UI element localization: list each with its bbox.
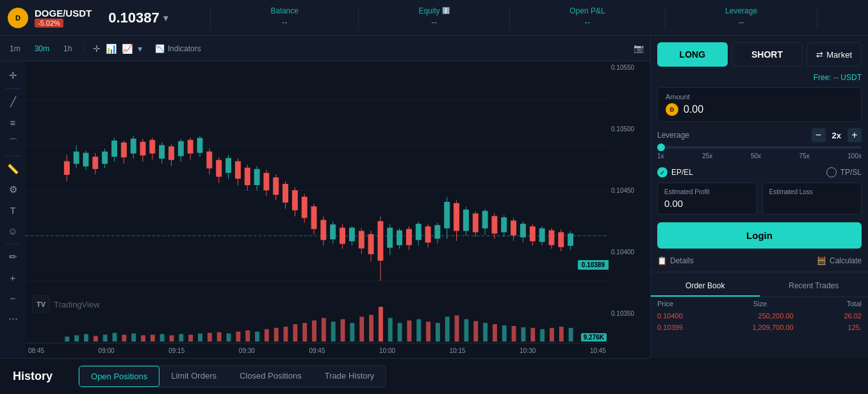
- line-tool[interactable]: ╱: [4, 93, 22, 111]
- zoom-out-tool[interactable]: −: [4, 289, 22, 307]
- amount-field[interactable]: Amount D 0.00: [657, 87, 862, 122]
- ep-el-toggle[interactable]: ✓ EP/EL: [657, 167, 693, 177]
- svg-rect-138: [293, 324, 297, 341]
- more-tools[interactable]: ⋯: [4, 309, 22, 327]
- estimated-profit-box[interactable]: Estimated Profit 0.00: [657, 183, 757, 215]
- ob-total-1: 26.02: [794, 312, 862, 320]
- tf-30m[interactable]: 30m: [31, 43, 53, 54]
- crosshair-icon[interactable]: ✛: [93, 44, 101, 54]
- emoji-tool[interactable]: ☺: [4, 222, 22, 240]
- svg-rect-71: [368, 234, 373, 254]
- svg-rect-17: [112, 141, 117, 156]
- pair-price-value: 0.10387: [108, 10, 160, 26]
- svg-rect-114: [65, 336, 69, 341]
- time-label-7: 10:15: [450, 347, 466, 354]
- svg-rect-143: [341, 319, 345, 341]
- market-button[interactable]: ⇄ Market: [807, 42, 862, 67]
- chart-icons: ✛ 📊 📈 ▾: [93, 44, 142, 54]
- zoom-in-tool[interactable]: +: [4, 268, 22, 286]
- text-tool[interactable]: T: [4, 201, 22, 219]
- svg-rect-147: [379, 307, 383, 341]
- svg-rect-81: [416, 224, 421, 240]
- tool-sep-1: [5, 88, 20, 89]
- svg-rect-45: [245, 168, 250, 185]
- tab-limit-orders[interactable]: Limit Orders: [160, 366, 228, 387]
- svg-rect-124: [160, 334, 165, 341]
- svg-rect-133: [245, 331, 250, 341]
- svg-rect-89: [454, 204, 459, 231]
- equity-label: Equity ℹ️: [418, 6, 449, 15]
- details-calculate-row: 📋 Details 🧮 Calculate: [651, 254, 868, 268]
- stat-leverage: Leverage --: [725, 6, 757, 29]
- ep-tp-row: ✓ EP/EL TP/SL: [651, 165, 868, 180]
- svg-rect-43: [235, 161, 240, 178]
- amount-label: Amount: [666, 93, 853, 101]
- balance-value: --: [282, 17, 288, 27]
- settings-tool[interactable]: ⚙: [4, 181, 22, 199]
- svg-rect-57: [302, 197, 307, 218]
- camera-icon[interactable]: 📷: [634, 44, 644, 53]
- line-chart-icon[interactable]: 📈: [122, 44, 133, 54]
- tp-sl-toggle[interactable]: TP/SL: [826, 167, 862, 177]
- svg-rect-162: [521, 327, 526, 341]
- trade-buttons: LONG SHORT ⇄ Market: [651, 36, 868, 73]
- tp-sl-label: TP/SL: [840, 168, 862, 177]
- tool-sep-2: [5, 156, 20, 156]
- ob-rows: 0.10400 250,200.00 26.02 0.10399 1,209,7…: [651, 310, 868, 358]
- svg-rect-19: [121, 143, 126, 157]
- leverage-slider-track[interactable]: [657, 146, 862, 149]
- svg-rect-130: [217, 332, 222, 342]
- details-link[interactable]: 📋 Details: [657, 256, 694, 265]
- svg-rect-65: [340, 228, 345, 243]
- svg-rect-128: [198, 334, 202, 342]
- short-button[interactable]: SHORT: [732, 42, 803, 67]
- tf-1h[interactable]: 1h: [60, 43, 75, 54]
- tab-order-book[interactable]: Order Book: [651, 276, 760, 297]
- tab-recent-trades[interactable]: Recent Trades: [760, 276, 869, 297]
- indicators-button[interactable]: 📉 Indicators: [155, 44, 201, 53]
- leverage-plus-btn[interactable]: +: [848, 128, 862, 142]
- time-label-1: 08:45: [28, 347, 44, 354]
- ob-total-2: 125.: [794, 324, 862, 331]
- svg-rect-159: [493, 324, 497, 341]
- tp-check-icon: [826, 167, 837, 177]
- tf-1m[interactable]: 1m: [6, 43, 24, 54]
- measure-tool[interactable]: 📏: [4, 160, 22, 178]
- path-tool[interactable]: ⌒: [4, 134, 22, 152]
- svg-rect-122: [141, 335, 145, 341]
- svg-rect-99: [502, 218, 507, 232]
- svg-rect-157: [473, 321, 478, 341]
- long-button[interactable]: LONG: [657, 42, 728, 67]
- horizontal-line-tool[interactable]: ≡: [4, 113, 22, 131]
- svg-rect-39: [217, 160, 222, 176]
- svg-rect-126: [179, 334, 183, 341]
- leverage-slider-thumb[interactable]: [657, 144, 665, 151]
- login-button[interactable]: Login: [657, 222, 862, 249]
- svg-rect-13: [93, 157, 98, 168]
- header-stats: Balance -- Equity ℹ️ -- Open P&L -- Leve…: [181, 6, 848, 29]
- svg-rect-93: [473, 214, 478, 232]
- crosshair-tool[interactable]: ✛: [4, 67, 22, 85]
- price-dropdown-icon[interactable]: ▾: [163, 13, 168, 23]
- svg-rect-156: [464, 319, 468, 341]
- svg-rect-25: [150, 140, 155, 153]
- tab-trade-history[interactable]: Trade History: [313, 366, 386, 387]
- pair-change: -5.02%: [35, 19, 63, 28]
- bar-chart-icon[interactable]: 📊: [106, 44, 117, 54]
- svg-rect-132: [236, 332, 240, 341]
- open-pl-label: Open P&L: [569, 6, 605, 15]
- leverage-minus-btn[interactable]: −: [812, 128, 826, 142]
- estimated-loss-box[interactable]: Estimated Loss: [762, 183, 862, 215]
- calculate-link[interactable]: 🧮 Calculate: [817, 256, 862, 265]
- pencil-tool[interactable]: ✏: [4, 248, 22, 266]
- tab-open-positions[interactable]: Open Positions: [79, 366, 160, 387]
- indicators-chart-icon: 📉: [155, 44, 165, 53]
- tab-closed-positions[interactable]: Closed Positions: [228, 366, 313, 387]
- leverage-value-header: --: [739, 17, 744, 27]
- svg-rect-97: [492, 217, 497, 233]
- svg-rect-155: [455, 315, 459, 341]
- time-axis: 08:45 09:00 09:15 09:30 09:45 10:00 10:1…: [26, 343, 609, 358]
- chart-type-dropdown[interactable]: ▾: [138, 44, 142, 54]
- svg-rect-145: [359, 316, 364, 341]
- svg-rect-136: [274, 328, 279, 341]
